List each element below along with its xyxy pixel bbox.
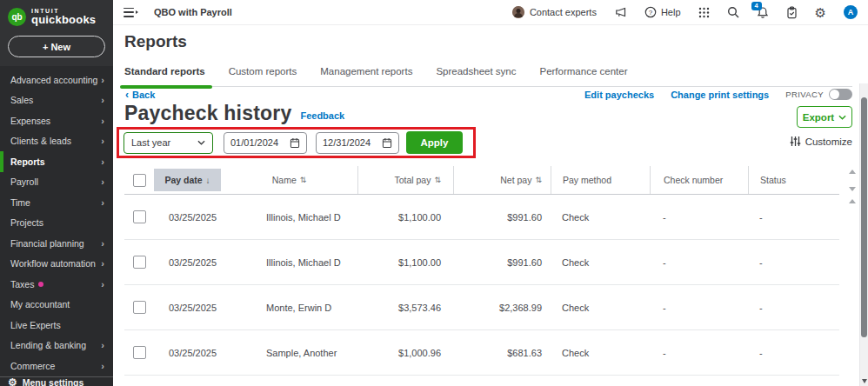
sidebar-item-payroll[interactable]: Payroll› <box>0 172 113 193</box>
sidebar-item-label: Reports <box>10 156 45 167</box>
tab-performance-center[interactable]: Performance center <box>539 66 627 86</box>
cell-net-pay: $2,368.99 <box>453 303 551 313</box>
back-link[interactable]: ‹ Back <box>125 89 155 101</box>
cell-total-pay: $1,100.00 <box>357 257 453 268</box>
chevron-right-icon: › <box>101 279 104 290</box>
sidebar-item-expenses[interactable]: Expenses› <box>0 110 113 131</box>
contact-experts-label: Contact experts <box>530 7 597 17</box>
cell-check-number: - <box>650 348 748 358</box>
sidebar-item-label: Time <box>10 197 30 208</box>
table-row[interactable]: 03/25/2025Illinois, Michael D$1,100.00$9… <box>124 240 839 285</box>
feedback-link[interactable]: Feedback <box>300 110 344 121</box>
scroll-down-icon[interactable] <box>849 187 856 191</box>
column-label: Name <box>272 175 297 185</box>
table-row[interactable]: 03/25/2025Monte, Erwin D$3,573.46$2,368.… <box>124 285 839 330</box>
tab-spreadsheet-sync[interactable]: Spreadsheet sync <box>436 66 516 86</box>
privacy-toggle[interactable] <box>829 89 852 100</box>
row-checkbox[interactable] <box>133 301 146 314</box>
search-button[interactable] <box>727 6 739 18</box>
table-row[interactable]: 03/25/2025Illinois, Michael D$1,100.00$9… <box>124 195 839 240</box>
cell-net-pay: $991.60 <box>453 212 551 223</box>
column-header-total-pay[interactable]: Total pay⇅ <box>357 166 453 194</box>
sidebar-item-reports[interactable]: Reports› <box>0 151 113 172</box>
apps-grid-icon <box>698 7 710 18</box>
row-checkbox[interactable] <box>133 346 146 359</box>
sidebar-item-my-accountant[interactable]: My accountant <box>0 295 113 316</box>
page-scrollbar[interactable] <box>859 83 868 386</box>
announcements-button[interactable] <box>614 6 627 18</box>
tab-custom-reports[interactable]: Custom reports <box>229 66 297 86</box>
row-checkbox[interactable] <box>133 210 146 223</box>
account-button[interactable]: A <box>844 5 858 19</box>
export-label: Export <box>803 112 834 123</box>
select-all-checkbox[interactable] <box>133 174 146 187</box>
settings-gear-icon: ⚙ <box>815 6 826 19</box>
sidebar-item-workflow-automation[interactable]: Workflow automation› <box>0 254 113 275</box>
tab-standard-reports[interactable]: Standard reports <box>124 66 205 86</box>
change-print-settings-link[interactable]: Change print settings <box>671 90 769 100</box>
sidebar-item-label: Taxes <box>10 279 34 290</box>
menu-settings-button[interactable]: ⚙ Menu settings <box>0 376 113 386</box>
scroll-up-icon[interactable] <box>849 199 856 203</box>
help-icon: ? <box>644 6 657 18</box>
scroll-up-icon[interactable] <box>849 170 856 174</box>
sidebar-item-label: Commerce <box>10 361 55 371</box>
sidebar-item-label: Live Experts <box>10 320 61 330</box>
start-date-input[interactable]: 01/01/2024 <box>224 132 307 154</box>
date-range-select[interactable]: Last year <box>124 132 213 154</box>
settings-button[interactable]: ⚙ <box>815 6 826 19</box>
customize-button[interactable]: Customize <box>790 136 852 147</box>
end-date-input[interactable]: 12/31/2024 <box>316 132 399 154</box>
sidebar-item-lending-banking[interactable]: Lending & banking› <box>0 336 113 356</box>
table-row[interactable]: 03/25/2025Sample, Another$1,000.96$681.6… <box>124 330 839 376</box>
column-header-pay-date[interactable]: Pay date↓ <box>154 169 221 191</box>
sidebar: qb INTUIT quickbooks + New Advanced acco… <box>0 0 113 386</box>
sidebar-item-projects[interactable]: Projects <box>0 213 113 234</box>
sidebar-item-label: Projects <box>10 217 43 228</box>
column-header-status: Status <box>748 166 839 194</box>
sidebar-item-label: Expenses <box>10 116 50 126</box>
sidebar-item-advanced-accounting[interactable]: Advanced accounting› <box>0 70 113 90</box>
column-header-name[interactable]: Name⇅ <box>221 169 357 191</box>
calendar-icon <box>290 137 300 149</box>
tab-management-reports[interactable]: Management reports <box>320 66 412 86</box>
cell-pay-date: 03/25/2025 <box>154 257 221 268</box>
apps-button[interactable] <box>698 7 710 18</box>
cell-name: Illinois, Michael D <box>221 212 357 223</box>
collapse-menu-icon[interactable] <box>124 8 135 17</box>
column-label: Pay date <box>164 175 202 185</box>
svg-text:?: ? <box>649 9 653 17</box>
help-button[interactable]: ? Help <box>644 6 681 18</box>
cell-net-pay: $991.60 <box>453 257 551 268</box>
column-header-net-pay[interactable]: Net pay⇅ <box>453 166 551 194</box>
sidebar-item-sales[interactable]: Sales› <box>0 90 113 111</box>
contact-experts-button[interactable]: Contact experts <box>512 6 597 18</box>
chevron-right-icon: › <box>101 116 104 126</box>
new-button[interactable]: + New <box>8 36 105 57</box>
cell-total-pay: $3,573.46 <box>357 303 453 313</box>
notification-badge: 4 <box>751 2 762 10</box>
sidebar-item-time[interactable]: Time› <box>0 192 113 213</box>
table-body: 03/25/2025Illinois, Michael D$1,100.00$9… <box>124 195 839 376</box>
export-button[interactable]: Export <box>797 106 852 128</box>
help-label: Help <box>661 7 681 17</box>
sidebar-item-clients-leads[interactable]: Clients & leads› <box>0 131 113 152</box>
sidebar-item-financial-planning[interactable]: Financial planning› <box>0 233 113 254</box>
filter-annotation-box: Last year 01/01/2024 12/31/2024 Apply <box>117 127 476 158</box>
edit-paychecks-link[interactable]: Edit paychecks <box>584 90 654 100</box>
sidebar-item-taxes[interactable]: Taxes› <box>0 274 113 295</box>
column-label: Status <box>760 175 786 185</box>
sidebar-item-live-experts[interactable]: Live Experts <box>0 315 113 336</box>
chevron-right-icon: › <box>101 95 104 105</box>
tasks-button[interactable] <box>786 6 798 19</box>
chevron-right-icon: › <box>101 361 104 371</box>
sidebar-item-commerce[interactable]: Commerce› <box>0 356 113 376</box>
scrollbar-down-arrow[interactable] <box>862 379 867 383</box>
app-root: qb INTUIT quickbooks + New Advanced acco… <box>0 0 868 386</box>
apply-button[interactable]: Apply <box>406 131 463 154</box>
notifications-button[interactable]: 4 <box>757 6 769 19</box>
scrollbar-thumb[interactable] <box>861 97 867 337</box>
cell-status: - <box>748 212 839 223</box>
search-icon <box>727 6 739 18</box>
row-checkbox[interactable] <box>133 256 146 269</box>
